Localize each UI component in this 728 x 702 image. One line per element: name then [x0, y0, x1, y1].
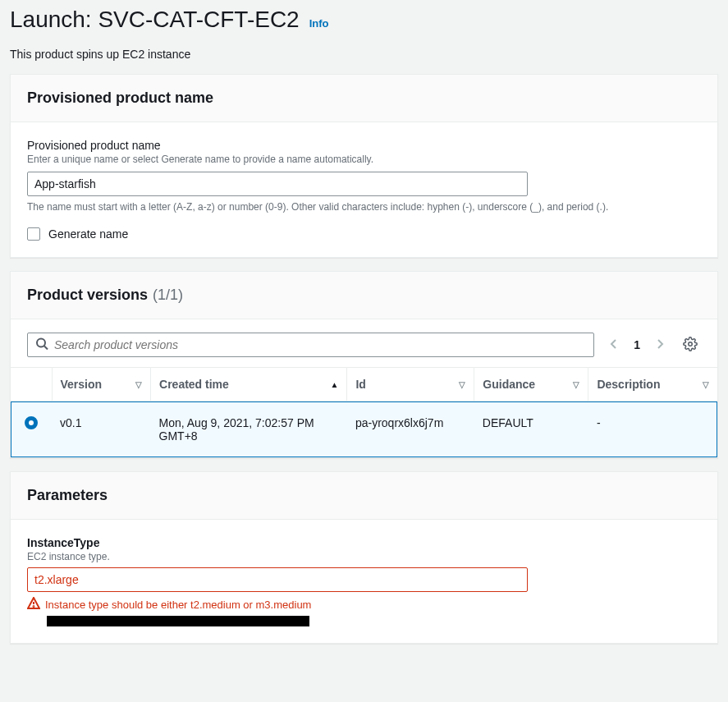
- provisioned-name-hint: Enter a unique name or select Generate n…: [27, 154, 701, 165]
- provisioned-panel-title: Provisioned product name: [11, 75, 717, 122]
- instance-type-error: Instance type should be either t2.medium…: [45, 599, 311, 611]
- cell-guidance: DEFAULT: [474, 401, 588, 458]
- search-icon: [35, 337, 48, 353]
- generate-name-label: Generate name: [48, 227, 128, 241]
- sort-caret-icon: ▽: [573, 380, 579, 389]
- svg-point-5: [34, 606, 34, 607]
- pager-next-icon[interactable]: [653, 337, 666, 353]
- pager-prev-icon[interactable]: [607, 337, 620, 353]
- parameters-panel: Parameters InstanceType EC2 instance typ…: [10, 471, 718, 644]
- instance-type-label: InstanceType: [27, 536, 701, 549]
- versions-search-input[interactable]: [27, 333, 594, 357]
- sort-caret-icon: ▽: [135, 380, 142, 389]
- parameters-panel-title: Parameters: [11, 472, 717, 520]
- col-description[interactable]: Description▽: [588, 368, 717, 401]
- product-versions-panel: Product versions (1/1) 1: [10, 271, 718, 458]
- versions-table: Version▽ Created time▲ Id▽ Guidance▽ Des…: [11, 367, 717, 457]
- settings-button[interactable]: [680, 333, 701, 357]
- sort-caret-icon: ▽: [703, 380, 709, 389]
- row-radio[interactable]: [25, 416, 38, 429]
- versions-count: (1/1): [153, 287, 183, 304]
- warning-icon: [27, 597, 40, 613]
- provisioned-product-panel: Provisioned product name Provisioned pro…: [10, 74, 718, 258]
- provisioned-name-label: Provisioned product name: [27, 139, 701, 152]
- instance-type-hint: EC2 instance type.: [27, 551, 701, 562]
- col-version[interactable]: Version▽: [52, 368, 151, 401]
- page-title: Launch: SVC-CAT-CFT-EC2: [10, 7, 300, 33]
- svg-point-2: [689, 342, 693, 346]
- sort-caret-icon: ▽: [459, 380, 465, 389]
- versions-panel-title: Product versions: [27, 287, 148, 304]
- pager: 1: [607, 337, 666, 353]
- table-row[interactable]: v0.1 Mon, Aug 9, 2021, 7:02:57 PM GMT+8 …: [11, 401, 717, 458]
- versions-panel-header: Product versions (1/1): [11, 272, 717, 319]
- col-guidance[interactable]: Guidance▽: [474, 368, 588, 401]
- cell-version: v0.1: [52, 401, 151, 458]
- provisioned-name-note: The name must start with a letter (A-Z, …: [27, 201, 701, 213]
- gear-icon: [683, 337, 698, 351]
- pager-page-number: 1: [634, 338, 640, 351]
- sort-caret-up-icon: ▲: [331, 380, 339, 389]
- cell-created: Mon, Aug 9, 2021, 7:02:57 PM GMT+8: [151, 401, 347, 458]
- cell-description: -: [588, 401, 717, 458]
- generate-name-checkbox[interactable]: [27, 227, 40, 241]
- cell-id: pa-yroqrx6lx6j7m: [347, 401, 474, 458]
- instance-type-input[interactable]: [27, 567, 528, 592]
- svg-point-0: [37, 339, 45, 347]
- col-created[interactable]: Created time▲: [151, 368, 347, 401]
- col-id[interactable]: Id▽: [347, 368, 474, 401]
- product-description: This product spins up EC2 instance: [10, 48, 718, 61]
- svg-line-1: [44, 346, 48, 350]
- info-link[interactable]: Info: [309, 17, 329, 30]
- provisioned-name-input[interactable]: [27, 172, 528, 196]
- redacted-content: [47, 616, 309, 626]
